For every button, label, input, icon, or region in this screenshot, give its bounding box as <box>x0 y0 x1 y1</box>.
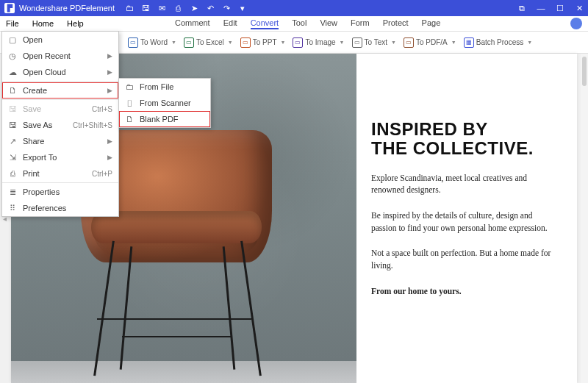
file-menu: ▢Open◷Open Recent▶☁Open Cloud▶🗋Create▶🖫S… <box>1 31 119 217</box>
chevron-right-icon: ▶ <box>107 52 112 60</box>
menu-home[interactable]: Home <box>32 19 54 28</box>
window-controls: ⧉ — ☐ ✕ <box>517 4 584 12</box>
props-icon: ≣ <box>8 187 17 197</box>
toolbar-to-word[interactable]: ▭To Word▼ <box>125 36 179 49</box>
cloud-icon: ☁ <box>8 68 17 77</box>
shortcut: Ctrl+Shift+S <box>73 121 112 129</box>
chevron-down-icon: ▼ <box>391 40 396 45</box>
toolbar-icon: ▭ <box>352 37 362 48</box>
submenu-item-blank-pdf[interactable]: 🗋Blank PDF <box>119 111 210 127</box>
qat-open-icon[interactable]: 🗀 <box>125 4 134 12</box>
open-icon: ▢ <box>8 35 17 45</box>
chevron-right-icon: ▶ <box>107 68 112 76</box>
tab-page[interactable]: Page <box>422 18 441 29</box>
qat-undo-icon[interactable]: ➤ <box>190 4 198 12</box>
tab-view[interactable]: View <box>320 18 337 29</box>
doc-icon: 🗋 <box>8 86 17 95</box>
toolbar-icon: ▭ <box>404 37 414 48</box>
paragraph-3: Not a space built on perfection. But a h… <box>371 247 558 271</box>
toolbar-batch-process[interactable]: ▦Batch Process▼ <box>461 36 535 49</box>
maximize-icon[interactable]: ☐ <box>556 4 564 12</box>
menu-item-save-as[interactable]: 🖫Save AsCtrl+Shift+S <box>2 117 118 133</box>
submenu-item-from-file[interactable]: 🗀From File <box>119 79 210 95</box>
titlebar: ▛ Wondershare PDFelement 🗀 🖫 ✉ ⎙ ➤ ↶ ↷ ▾… <box>0 0 588 16</box>
prefs-icon: ⠿ <box>8 204 17 213</box>
app-title: Wondershare PDFelement <box>19 4 115 12</box>
menu-item-print[interactable]: ⎙PrintCtrl+P <box>2 165 118 182</box>
menu-item-share[interactable]: ↗Share▶ <box>2 133 118 149</box>
saveas-icon: 🖫 <box>8 121 17 129</box>
share-icon: ↗ <box>8 137 17 146</box>
menubar: File Home Help Comment Edit Convert Tool… <box>0 16 588 32</box>
chevron-right-icon: ▶ <box>107 87 112 94</box>
chevron-down-icon: ▼ <box>281 40 286 45</box>
chevron-right-icon: ▶ <box>107 154 112 161</box>
scanner-icon: ⌷ <box>125 99 134 107</box>
tab-comment[interactable]: Comment <box>175 18 210 29</box>
quick-access-toolbar: 🗀 🖫 ✉ ⎙ ➤ ↶ ↷ ▾ <box>125 4 247 12</box>
app-logo: ▛ <box>4 3 15 13</box>
chevron-down-icon: ▼ <box>527 40 532 45</box>
save-icon: 🖫 <box>8 104 17 113</box>
qat-mail-icon[interactable]: ✉ <box>157 4 166 12</box>
qat-dropdown-icon[interactable]: ▾ <box>238 4 247 12</box>
minimize-icon[interactable]: — <box>537 4 545 12</box>
vertical-scrollbar[interactable] <box>581 54 588 383</box>
menu-help[interactable]: Help <box>67 19 84 28</box>
close-icon[interactable]: ✕ <box>575 4 584 12</box>
tab-edit[interactable]: Edit <box>223 18 237 29</box>
shortcut: Ctrl+P <box>92 170 112 178</box>
toolbar-to-text[interactable]: ▭To Text▼ <box>349 36 399 49</box>
menu-item-open-recent[interactable]: ◷Open Recent▶ <box>2 48 118 64</box>
toolbar-to-excel[interactable]: ▭To Excel▼ <box>181 36 236 49</box>
page-text: INSPIRED BY THE COLLECTIVE. Explore Scan… <box>356 54 577 383</box>
create-submenu: 🗀From File⌷From Scanner🗋Blank PDF <box>118 78 211 128</box>
toolbar-icon: ▭ <box>293 37 303 48</box>
chevron-down-icon: ▼ <box>451 40 456 45</box>
export-icon: ⇲ <box>8 153 17 162</box>
shortcut: Ctrl+S <box>92 105 112 113</box>
tab-convert[interactable]: Convert <box>251 18 279 29</box>
paragraph-2: Be inspired by the details of culture, d… <box>371 210 558 234</box>
menu-item-properties[interactable]: ≣Properties <box>2 184 118 200</box>
blank-icon: 🗋 <box>125 115 134 124</box>
submenu-item-from-scanner[interactable]: ⌷From Scanner <box>119 95 210 111</box>
ribbon-tabs: Comment Edit Convert Tool View Form Prot… <box>175 18 440 29</box>
folder-icon: 🗀 <box>125 82 134 91</box>
qat-redo-icon[interactable]: ↷ <box>222 4 231 12</box>
heading-line1: INSPIRED BY <box>371 120 558 139</box>
toolbar-icon: ▭ <box>184 37 194 48</box>
menu-item-open-cloud[interactable]: ☁Open Cloud▶ <box>2 64 118 80</box>
chevron-down-icon: ▼ <box>171 40 176 45</box>
toolbar-icon: ▭ <box>240 37 251 48</box>
user-avatar[interactable] <box>570 18 582 29</box>
menu-item-open[interactable]: ▢Open <box>2 32 118 48</box>
heading-line2: THE COLLECTIVE. <box>371 139 558 158</box>
scrollbar-thumb[interactable] <box>582 57 587 86</box>
menu-item-preferences[interactable]: ⠿Preferences <box>2 200 118 216</box>
toolbar-to-ppt[interactable]: ▭To PPT▼ <box>237 36 289 49</box>
restore-icon[interactable]: ⧉ <box>517 4 526 12</box>
toolbar-icon: ▭ <box>128 37 138 48</box>
menu-item-export-to[interactable]: ⇲Export To▶ <box>2 149 118 165</box>
toolbar-to-image[interactable]: ▭To Image▼ <box>290 36 347 49</box>
toolbar-icon: ▦ <box>464 37 474 48</box>
tab-protect[interactable]: Protect <box>383 18 409 29</box>
menu-item-create[interactable]: 🗋Create▶ <box>2 82 118 99</box>
menu-item-save: 🖫SaveCtrl+S <box>2 101 118 117</box>
qat-print-icon[interactable]: ⎙ <box>173 4 182 12</box>
paragraph-1: Explore Scandinavia, meet local creative… <box>371 172 558 196</box>
qat-save-icon[interactable]: 🖫 <box>141 4 150 12</box>
qat-undo2-icon[interactable]: ↶ <box>206 4 215 12</box>
tab-tool[interactable]: Tool <box>292 18 306 29</box>
chevron-down-icon: ▼ <box>228 40 233 45</box>
print-icon: ⎙ <box>8 169 17 178</box>
clock-icon: ◷ <box>8 51 17 61</box>
chevron-right-icon: ▶ <box>107 137 112 145</box>
chevron-down-icon: ▼ <box>340 40 345 45</box>
paragraph-4: From our home to yours. <box>371 285 558 298</box>
toolbar-to-pdf-a[interactable]: ▭To PDF/A▼ <box>401 36 459 49</box>
menu-file[interactable]: File <box>6 19 19 28</box>
tab-form[interactable]: Form <box>351 18 370 29</box>
